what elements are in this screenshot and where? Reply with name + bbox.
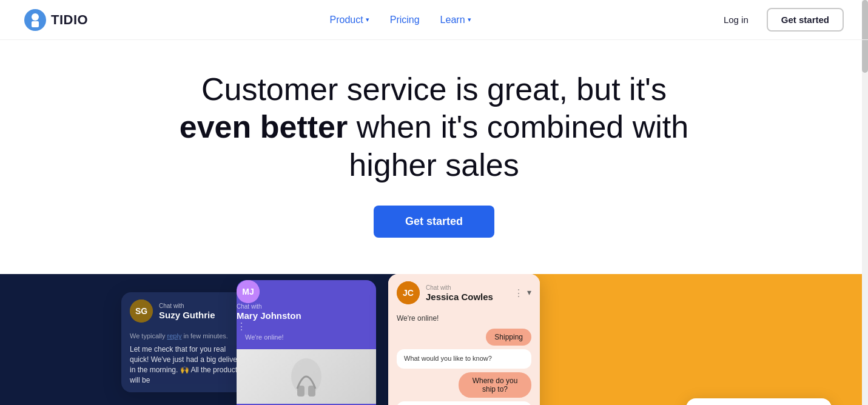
nav-getstarted-button[interactable]: Get started [767, 8, 844, 32]
suzy-message: Let me check that for you real quick! We… [130, 344, 246, 385]
suzy-reply-link[interactable]: reply [167, 332, 182, 340]
mary-header: MJ Chat with Mary Johnston ⋮ [237, 280, 376, 332]
svg-rect-2 [32, 21, 39, 27]
jessica-name: Jessica Cowles [426, 292, 508, 302]
mary-status: We're online! [237, 332, 376, 344]
headphone-svg [285, 352, 328, 401]
jessica-answer: We ship to all locations in the United S… [397, 401, 531, 405]
chatbot-widget: Hi, I'm Tidio Chatbot! 🏠 ➤ [686, 398, 832, 405]
svg-point-1 [32, 13, 39, 21]
jessica-header-actions: ⋮ ▾ [514, 287, 531, 299]
nav-right: Log in Get started [713, 8, 844, 32]
jessica-body: We're online! Shipping What would you li… [388, 309, 540, 405]
product-chevron-icon: ▾ [366, 16, 369, 24]
learn-chevron-icon: ▾ [468, 16, 471, 24]
suzy-body: We typically reply in few minutes. Let m… [121, 327, 255, 392]
nav-learn[interactable]: Learn ▾ [432, 10, 480, 30]
scrollbar[interactable] [862, 0, 868, 405]
hero-title: Customer service is great, but it's even… [161, 70, 707, 184]
suzy-status: We typically reply in few minutes. [130, 332, 246, 340]
jessica-question: What would you like to know? [397, 349, 531, 368]
jessica-where-bubble: Where do you ship to? [459, 372, 531, 398]
suzy-avatar: SG [130, 300, 153, 323]
jessica-chevron-icon[interactable]: ▾ [527, 287, 531, 299]
suzy-header-info: Chat with Suzy Guthrie [159, 303, 230, 320]
jessica-menu-icon[interactable]: ⋮ [514, 287, 523, 299]
bg-yellow-panel [492, 274, 868, 405]
mary-header-info: Chat with Mary Johnston [237, 303, 376, 321]
jessica-chat-with: Chat with [426, 284, 508, 291]
suzy-chat-with: Chat with [159, 303, 230, 309]
mary-menu-icon[interactable]: ⋮ [237, 321, 246, 332]
login-button[interactable]: Log in [713, 10, 759, 30]
jessica-online: We're online! [397, 314, 531, 323]
widget-suzy: SG Chat with Suzy Guthrie ⋮ We typically… [121, 292, 255, 392]
mary-name: Mary Johnston [237, 310, 376, 321]
widget-mary: MJ Chat with Mary Johnston ⋮ We're onlin… [237, 280, 376, 405]
widget-jessica: JC Chat with Jessica Cowles ⋮ ▾ We're on… [388, 274, 540, 405]
widgets-section: SG Chat with Suzy Guthrie ⋮ We typically… [0, 274, 868, 405]
jessica-shipping-bubble: Shipping [486, 329, 531, 346]
tidio-logo-icon [24, 9, 46, 31]
suzy-name: Suzy Guthrie [159, 310, 230, 320]
mary-chat-with: Chat with [237, 303, 376, 310]
mary-avatar: MJ [237, 280, 260, 303]
hero-section: Customer service is great, but it's even… [0, 40, 868, 274]
hero-cta-button[interactable]: Get started [374, 206, 494, 238]
mary-product-image [237, 349, 376, 404]
jessica-header: JC Chat with Jessica Cowles ⋮ ▾ [388, 274, 540, 309]
suzy-header: SG Chat with Suzy Guthrie ⋮ [121, 292, 255, 327]
nav-pricing[interactable]: Pricing [382, 10, 428, 30]
jessica-header-info: Chat with Jessica Cowles [426, 284, 508, 302]
nav-links: Product ▾ Pricing Learn ▾ [321, 10, 480, 30]
logo[interactable]: TIDIO [24, 9, 88, 31]
nav-product[interactable]: Product ▾ [321, 10, 378, 30]
logo-text: TIDIO [51, 12, 88, 28]
jessica-avatar: JC [397, 281, 420, 304]
jessica-messages: Shipping What would you like to know? Wh… [397, 329, 531, 405]
